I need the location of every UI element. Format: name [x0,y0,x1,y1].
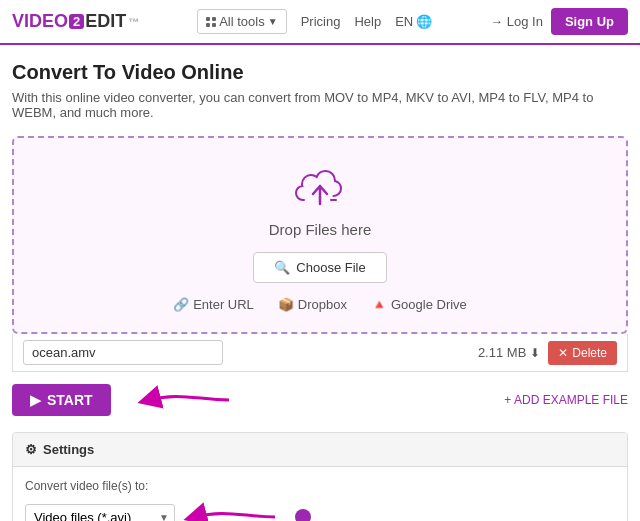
language-selector[interactable]: EN 🌐 [395,14,432,29]
page-subtitle: With this online video converter, you ca… [12,90,628,120]
info-dot [295,509,311,521]
file-size: 2.11 MB ⬇ [478,345,540,360]
gear-icon: ⚙ [25,442,37,457]
settings-body: Convert video file(s) to: Video files (*… [13,467,627,521]
page-title: Convert To Video Online [12,61,628,84]
header-auth: → Log In Sign Up [490,8,628,35]
add-example-link[interactable]: + ADD EXAMPLE FILE [504,393,628,407]
chevron-down-icon: ▼ [268,16,278,27]
settings-section: ⚙ Settings Convert video file(s) to: Vid… [12,432,628,521]
convert-label: Convert video file(s) to: [25,479,615,493]
dropbox-icon: 📦 [278,297,294,312]
enter-url-label: Enter URL [193,297,254,312]
file-name-input[interactable] [23,340,223,365]
choose-file-button[interactable]: 🔍 Choose File [253,252,386,283]
globe-icon: 🌐 [416,14,432,29]
logo-v: VIDEO [12,11,68,32]
logo-trademark: ™ [128,16,139,28]
file-row: 2.11 MB ⬇ ✕ Delete [12,334,628,372]
choose-label: Choose File [296,260,365,275]
pricing-link[interactable]: Pricing [301,14,341,29]
login-button[interactable]: → Log In [490,14,543,29]
start-button[interactable]: ▶ START [12,384,111,416]
google-drive-icon: 🔺 [371,297,387,312]
header-nav: All tools ▼ Pricing Help EN 🌐 [197,9,432,34]
delete-label: Delete [572,346,607,360]
file-size-value: 2.11 MB [478,345,526,360]
delete-button[interactable]: ✕ Delete [548,341,617,365]
main-content: Convert To Video Online With this online… [0,45,640,521]
header: VIDEO 2 EDIT ™ All tools ▼ Pricing Help … [0,0,640,45]
all-tools-label: All tools [219,14,265,29]
logo-suffix: EDIT [85,11,126,32]
lang-label: EN [395,14,413,29]
select-arrow-annotation [185,499,285,521]
alt-upload-options: 🔗 Enter URL 📦 Dropbox 🔺 Google Drive [34,297,606,312]
logo: VIDEO 2 EDIT ™ [12,11,139,32]
settings-title: Settings [43,442,94,457]
enter-url-link[interactable]: 🔗 Enter URL [173,297,254,312]
drop-text: Drop Files here [34,221,606,238]
format-select[interactable]: Video files (*.avi) Video files (*.mp4) … [25,504,175,522]
start-row: ▶ START + ADD EXAMPLE FILE [12,372,628,424]
all-tools-button[interactable]: All tools ▼ [197,9,286,34]
link-icon: 🔗 [173,297,189,312]
help-link[interactable]: Help [354,14,381,29]
dropzone[interactable]: Drop Files here 🔍 Choose File 🔗 Enter UR… [12,136,628,334]
search-icon: 🔍 [274,260,290,275]
signup-button[interactable]: Sign Up [551,8,628,35]
select-wrapper: Video files (*.avi) Video files (*.mp4) … [25,504,175,522]
logo-badge: 2 [69,14,84,29]
delete-x-icon: ✕ [558,346,568,360]
start-area: ▶ START [12,382,239,418]
arrow-annotation [119,382,239,418]
dropbox-label: Dropbox [298,297,347,312]
dropbox-link[interactable]: 📦 Dropbox [278,297,347,312]
google-drive-link[interactable]: 🔺 Google Drive [371,297,467,312]
google-drive-label: Google Drive [391,297,467,312]
convert-select-row: Video files (*.avi) Video files (*.mp4) … [25,499,615,521]
play-icon: ▶ [30,392,41,408]
login-icon: → [490,14,503,29]
login-label: Log In [507,14,543,29]
start-label: START [47,392,93,408]
cloud-upload-icon [293,166,347,210]
settings-header[interactable]: ⚙ Settings [13,433,627,467]
grid-icon [206,17,216,27]
download-icon: ⬇ [530,346,540,360]
